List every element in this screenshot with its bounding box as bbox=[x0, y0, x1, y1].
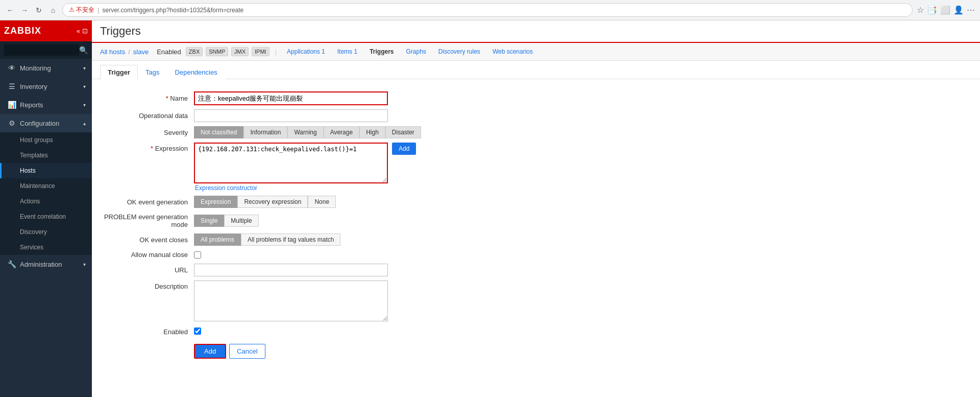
sidebar-item-hosts[interactable]: Hosts bbox=[0, 163, 92, 178]
sidebar-item-monitoring[interactable]: 👁 Monitoring ▾ bbox=[0, 59, 92, 77]
expression-constructor-link[interactable]: Expression constructor bbox=[194, 184, 970, 192]
sidebar-item-inventory-label: Inventory bbox=[20, 83, 47, 90]
severity-disaster[interactable]: Disaster bbox=[385, 126, 421, 138]
form-actions: Add Cancel bbox=[194, 344, 970, 359]
back-button[interactable]: ← bbox=[5, 5, 15, 15]
problem-event-single[interactable]: Single bbox=[194, 215, 224, 227]
form-actions-field: Add Cancel bbox=[194, 342, 970, 361]
form-row-enabled: Enabled bbox=[102, 325, 970, 339]
ok-event-recovery[interactable]: Recovery expression bbox=[237, 196, 308, 208]
badge-zbx: ZBX bbox=[186, 47, 203, 56]
severity-not-classified[interactable]: Not classified bbox=[194, 126, 243, 138]
nav-section: 👁 Monitoring ▾ ☰ Inventory ▾ 📊 Reports ▾… bbox=[0, 59, 92, 273]
tab-icon[interactable]: ⬜ bbox=[940, 5, 950, 15]
form-content: Name Operational data Severi bbox=[92, 79, 980, 397]
host-tab-graphs[interactable]: Graphs bbox=[401, 46, 431, 57]
monitoring-icon: 👁 bbox=[8, 64, 16, 72]
search-input[interactable] bbox=[4, 44, 79, 56]
severity-label: Severity bbox=[102, 124, 194, 141]
host-tab-web-scenarios[interactable]: Web scenarios bbox=[487, 46, 538, 57]
reports-icon: 📊 bbox=[8, 101, 16, 109]
enabled-status: Enabled bbox=[157, 48, 181, 56]
severity-warning[interactable]: Warning bbox=[287, 126, 323, 138]
sidebar-item-templates[interactable]: Templates bbox=[0, 148, 92, 163]
add-button[interactable]: Add bbox=[194, 344, 226, 359]
sub-tab-dependencies[interactable]: Dependencies bbox=[167, 65, 225, 79]
sidebar-item-host-groups[interactable]: Host groups bbox=[0, 132, 92, 148]
ok-closes-field: All problems All problems if tag values … bbox=[194, 231, 970, 248]
sidebar-item-services[interactable]: Services bbox=[0, 240, 92, 255]
cancel-button[interactable]: Cancel bbox=[229, 344, 265, 359]
more-icon[interactable]: ⋯ bbox=[967, 5, 975, 15]
star-icon[interactable]: ☆ bbox=[917, 5, 924, 15]
breadcrumb-all-hosts[interactable]: All hosts bbox=[100, 48, 125, 56]
ok-closes-tag-match[interactable]: All problems if tag values match bbox=[241, 233, 340, 246]
sidebar-item-monitoring-label: Monitoring bbox=[20, 64, 51, 72]
badge-jmx: JMX bbox=[231, 47, 249, 56]
ok-event-group: Expression Recovery expression None bbox=[194, 196, 970, 208]
description-label: Description bbox=[102, 278, 194, 325]
ok-closes-group: All problems All problems if tag values … bbox=[194, 233, 970, 246]
expression-textarea[interactable]: {192.168.207.131:check_keepalived.last()… bbox=[194, 143, 388, 183]
ok-event-expression[interactable]: Expression bbox=[194, 196, 237, 208]
expression-label: Expression bbox=[102, 141, 194, 194]
sidebar-item-event-correlation[interactable]: Event correlation bbox=[0, 209, 92, 224]
expand-icon[interactable]: ⊡ bbox=[82, 27, 88, 35]
ok-event-none[interactable]: None bbox=[308, 196, 336, 208]
sidebar-item-administration[interactable]: 🔧 Administration ▾ bbox=[0, 255, 92, 273]
ok-event-label: OK event generation bbox=[102, 194, 194, 210]
collapse-icon[interactable]: « bbox=[77, 27, 80, 35]
main-content: Triggers All hosts / slave Enabled ZBX S… bbox=[92, 20, 980, 397]
breadcrumb-slave[interactable]: slave bbox=[133, 48, 149, 56]
forward-button[interactable]: → bbox=[19, 5, 30, 15]
operational-data-input[interactable] bbox=[194, 109, 388, 122]
host-tab-discovery-rules[interactable]: Discovery rules bbox=[433, 46, 485, 57]
severity-average[interactable]: Average bbox=[324, 126, 359, 138]
sidebar-controls[interactable]: « ⊡ bbox=[77, 27, 88, 35]
sidebar-item-discovery[interactable]: Discovery bbox=[0, 224, 92, 240]
problem-event-field: Single Multiple bbox=[194, 210, 970, 231]
host-tabs-bar: All hosts / slave Enabled ZBX SNMP JMX I… bbox=[92, 43, 980, 61]
badge-snmp: SNMP bbox=[206, 47, 228, 56]
url-input[interactable] bbox=[194, 264, 388, 276]
sub-tabs: Trigger Tags Dependencies bbox=[92, 61, 980, 79]
sidebar-item-reports[interactable]: 📊 Reports ▾ bbox=[0, 96, 92, 114]
enabled-field bbox=[194, 325, 970, 339]
search-icon[interactable]: 🔍 bbox=[79, 46, 88, 54]
refresh-button[interactable]: ↻ bbox=[34, 5, 44, 15]
host-tab-items[interactable]: Items 1 bbox=[332, 46, 362, 57]
host-tab-applications[interactable]: Applications 1 bbox=[282, 46, 330, 57]
sidebar-search: 🔍 bbox=[0, 41, 92, 59]
sidebar-item-configuration[interactable]: ⚙ Configuration ▴ bbox=[0, 114, 92, 132]
ok-event-field: Expression Recovery expression None bbox=[194, 194, 970, 210]
problem-event-multiple[interactable]: Multiple bbox=[224, 215, 258, 227]
sub-tab-trigger[interactable]: Trigger bbox=[100, 65, 138, 79]
badge-ipmi: IPMI bbox=[252, 47, 270, 56]
home-button[interactable]: ⌂ bbox=[48, 5, 58, 15]
severity-information[interactable]: Information bbox=[243, 126, 287, 138]
host-tab-triggers[interactable]: Triggers bbox=[364, 46, 399, 57]
inventory-icon: ☰ bbox=[8, 82, 16, 90]
sidebar-item-inventory[interactable]: ☰ Inventory ▾ bbox=[0, 77, 92, 96]
expression-add-button[interactable]: Add bbox=[392, 143, 416, 155]
address-bar[interactable]: ⚠ 不安全 | server.com/triggers.php?hostid=1… bbox=[62, 3, 913, 17]
manual-close-checkbox[interactable] bbox=[194, 251, 201, 259]
bookmark-icon[interactable]: 📑 bbox=[927, 5, 937, 15]
description-textarea[interactable] bbox=[194, 281, 388, 321]
sidebar-item-maintenance[interactable]: Maintenance bbox=[0, 178, 92, 194]
profile-icon[interactable]: 👤 bbox=[953, 5, 964, 15]
problem-event-group: Single Multiple bbox=[194, 215, 970, 227]
expression-field: {192.168.207.131:check_keepalived.last()… bbox=[194, 141, 970, 194]
security-warning: ⚠ 不安全 bbox=[69, 6, 94, 14]
enabled-checkbox[interactable] bbox=[194, 328, 201, 335]
sidebar-header: ZABBIX « ⊡ bbox=[0, 20, 92, 41]
manual-close-label: Allow manual close bbox=[102, 248, 194, 262]
app-container: ZABBIX « ⊡ 🔍 👁 Monitoring ▾ ☰ Inventory … bbox=[0, 20, 980, 397]
sidebar-item-actions[interactable]: Actions bbox=[0, 194, 92, 209]
administration-icon: 🔧 bbox=[8, 260, 16, 268]
manual-close-checkbox-wrapper bbox=[194, 251, 970, 259]
sub-tab-tags[interactable]: Tags bbox=[138, 65, 167, 79]
ok-closes-all-problems[interactable]: All problems bbox=[194, 233, 241, 246]
severity-high[interactable]: High bbox=[359, 126, 385, 138]
name-input[interactable] bbox=[194, 91, 388, 105]
